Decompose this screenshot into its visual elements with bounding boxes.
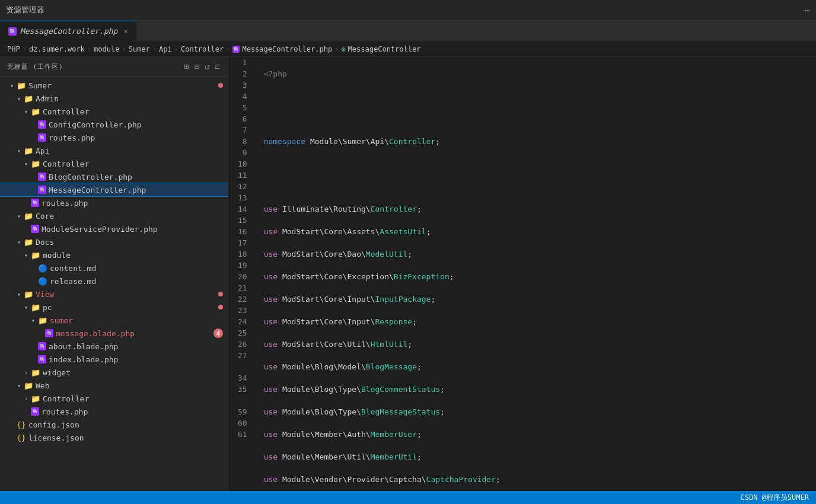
dot-badge xyxy=(218,305,223,310)
sidebar-item-label: Core xyxy=(36,212,54,221)
bc-php[interactable]: PHP xyxy=(7,45,20,53)
sidebar-item-label: module xyxy=(43,251,71,260)
json-file-icon: {} xyxy=(17,420,26,429)
dot-badge xyxy=(218,292,223,296)
sidebar-item-configcontroller[interactable]: ▾ 🐘 ConfigController.php xyxy=(0,118,228,131)
arrow-icon: ▾ xyxy=(7,82,17,89)
folder-icon: 📁 xyxy=(31,394,40,403)
bc-file[interactable]: MessageController.php xyxy=(242,45,332,53)
arrow-icon: ▾ xyxy=(14,239,24,245)
status-bar: CSDN @程序员SUMER xyxy=(0,491,816,504)
sidebar-item-controller2[interactable]: ▾ 📁 Controller xyxy=(0,157,228,170)
sidebar-item-label: Sumer xyxy=(28,81,52,90)
bc-sumer[interactable]: Sumer xyxy=(129,45,150,53)
sidebar-item-sumer[interactable]: ▾ 📁 Sumer xyxy=(0,79,228,92)
php-file-icon: 🐘 xyxy=(38,120,46,129)
bc-class[interactable]: MessageController xyxy=(348,45,421,53)
arrow-icon: ▾ xyxy=(21,161,31,167)
folder-icon: 📁 xyxy=(24,94,33,103)
code-line-11: use ModStart\Core\Input\InputPackage; xyxy=(264,294,807,305)
arrow-icon: ▾ xyxy=(21,252,31,259)
folder-icon: 📁 xyxy=(24,381,33,390)
sidebar-item-messagecontroller[interactable]: ▾ 🐘 MessageController.php xyxy=(0,183,228,196)
sidebar-item-module-docs[interactable]: ▾ 📁 module xyxy=(0,248,228,261)
sidebar-item-web-routes[interactable]: ▾ 🐘 routes.php xyxy=(0,405,228,418)
bc-module[interactable]: module xyxy=(94,45,119,53)
sidebar-item-label: Docs xyxy=(36,238,54,247)
new-file-icon[interactable]: ⊞ xyxy=(184,62,189,71)
sidebar-item-label: content.md xyxy=(50,264,96,273)
json-file-icon: {} xyxy=(17,433,26,442)
sidebar-item-label: MessageController.php xyxy=(49,186,146,194)
main-layout: 无标题 (工作区) ⊞ ⊟ ↺ ⊏ ▾ 📁 Sumer ▾ 📁 Admin xyxy=(0,57,816,491)
sidebar-item-config-json[interactable]: ▾ {} config.json xyxy=(0,418,228,431)
code-line-10: use ModStart\Core\Exception\BizException… xyxy=(264,271,807,282)
bc-class-icon: ⚙ xyxy=(341,45,345,53)
sidebar-item-label: about.blade.php xyxy=(49,342,118,351)
bc-api[interactable]: Api xyxy=(159,45,172,53)
title-bar-icons[interactable]: ⋯ xyxy=(804,5,810,16)
new-folder-icon[interactable]: ⊟ xyxy=(195,62,200,71)
php-file-icon: 🐘 xyxy=(38,186,46,194)
sidebar-item-moduleserviceprovider[interactable]: ▾ 🐘 ModuleServiceProvider.php xyxy=(0,222,228,235)
arrow-icon: ▾ xyxy=(14,148,24,154)
sidebar-item-label: Admin xyxy=(36,94,59,103)
php-file-icon: 🐘 xyxy=(31,199,39,207)
sidebar-item-core[interactable]: ▾ 📁 Core xyxy=(0,209,228,222)
md-file-icon: 🔵 xyxy=(38,264,47,273)
sidebar-item-api[interactable]: ▾ 📁 Api xyxy=(0,144,228,157)
bc-controller[interactable]: Controller xyxy=(181,45,224,53)
sidebar-item-web-controller[interactable]: › 📁 Controller xyxy=(0,392,228,405)
sidebar-item-pc[interactable]: ▾ 📁 pc xyxy=(0,301,228,314)
sidebar-item-label: routes.php xyxy=(42,407,88,416)
sidebar-item-blogcontroller[interactable]: ▾ 🐘 BlogController.php xyxy=(0,170,228,183)
code-line-16: use Module\Blog\Type\BlogMessageStatus; xyxy=(264,406,807,417)
sidebar-item-routes2[interactable]: ▾ 🐘 routes.php xyxy=(0,196,228,209)
sidebar-item-view[interactable]: ▾ 📁 View xyxy=(0,288,228,301)
sidebar-item-license-json[interactable]: ▾ {} license.json xyxy=(0,431,228,444)
md-file-icon: 🔵 xyxy=(38,277,47,286)
code-area[interactable]: 12345 678910 1112131415 1617181920 21222… xyxy=(228,57,816,491)
folder-icon: 📁 xyxy=(24,238,33,247)
arrow-icon: › xyxy=(21,395,31,402)
folder-icon: 📁 xyxy=(24,290,33,299)
sidebar-item-message-blade[interactable]: ▾ 🐘 message.blade.php 4 xyxy=(0,327,228,340)
folder-icon: 📁 xyxy=(38,316,47,325)
tab-close-button[interactable]: × xyxy=(123,27,128,36)
sidebar-item-web[interactable]: ▾ 📁 Web xyxy=(0,379,228,392)
sidebar-item-release-md[interactable]: ▾ 🔵 release.md xyxy=(0,275,228,288)
line-numbers: 12345 678910 1112131415 1617181920 21222… xyxy=(228,57,254,491)
sidebar-item-label: routes.php xyxy=(42,199,88,208)
sidebar-item-admin[interactable]: ▾ 📁 Admin xyxy=(0,92,228,105)
sidebar-item-controller1[interactable]: ▾ 📁 Controller xyxy=(0,105,228,118)
code-line-8: use ModStart\Core\Assets\AssetsUtil; xyxy=(264,226,807,237)
bc-php-icon: 🐘 xyxy=(232,46,240,53)
sidebar-item-sumer-folder[interactable]: ▾ 📁 sumer xyxy=(0,314,228,327)
sidebar-item-label: Controller xyxy=(43,107,89,116)
sidebar-item-index-blade[interactable]: ▾ 🐘 index.blade.php xyxy=(0,353,228,366)
code-line-17: use Module\Member\Auth\MemberUser; xyxy=(264,429,807,440)
sidebar-item-label: Controller xyxy=(43,160,89,168)
php-file-icon: 🐘 xyxy=(38,355,46,363)
refresh-icon[interactable]: ↺ xyxy=(205,62,210,71)
php-file-icon: 🐘 xyxy=(31,407,39,416)
sidebar-header-icons[interactable]: ⊞ ⊟ ↺ ⊏ xyxy=(184,62,221,71)
sidebar-item-label: license.json xyxy=(28,433,84,442)
sidebar-item-label: View xyxy=(36,290,54,299)
tab-messagecontroller[interactable]: 🐘 MessageController.php × xyxy=(0,21,137,41)
sidebar-item-about-blade[interactable]: ▾ 🐘 about.blade.php xyxy=(0,340,228,353)
folder-icon: 📁 xyxy=(24,212,33,221)
folder-icon: 📁 xyxy=(17,81,26,90)
sidebar-item-content-md[interactable]: ▾ 🔵 content.md xyxy=(0,261,228,275)
collapse-icon[interactable]: ⊏ xyxy=(215,62,221,71)
tab-bar: 🐘 MessageController.php × xyxy=(0,21,816,42)
arrow-icon: ▾ xyxy=(28,317,38,324)
sidebar-item-routes1[interactable]: ▾ 🐘 routes.php xyxy=(0,131,228,144)
bc-domain[interactable]: dz.sumer.work xyxy=(29,45,85,53)
arrow-icon: ▾ xyxy=(14,382,24,389)
sidebar-item-label: config.json xyxy=(28,420,79,429)
sidebar-item-docs[interactable]: ▾ 📁 Docs xyxy=(0,235,228,248)
sidebar-item-widget[interactable]: › 📁 widget xyxy=(0,366,228,379)
editor: 12345 678910 1112131415 1617181920 21222… xyxy=(228,57,816,491)
tab-label: MessageController.php xyxy=(20,27,117,36)
